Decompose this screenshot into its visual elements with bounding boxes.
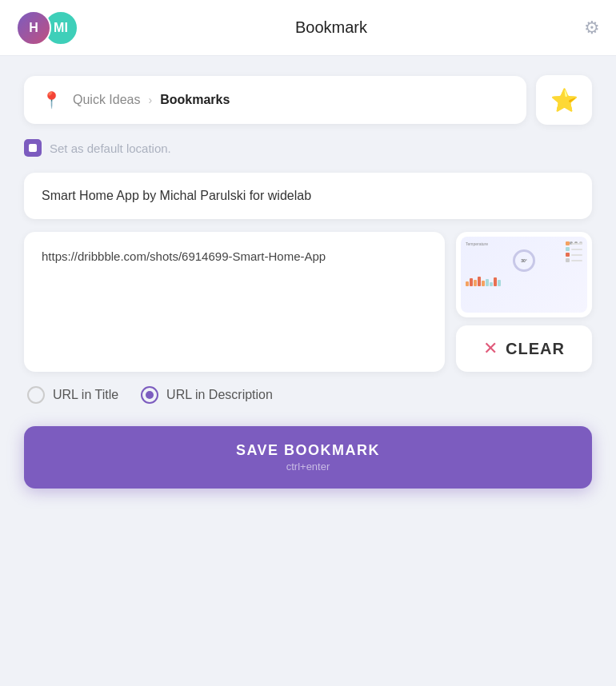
- bookmark-title-text: Smart Home App by Michal Parulski for wi…: [42, 189, 311, 202]
- avatar-mi-label: MI: [54, 21, 68, 35]
- location-path: Quick Ideas › Bookmarks: [73, 93, 230, 107]
- url-right-panel: Temperature 30°: [456, 232, 592, 372]
- main-content: 📍 Quick Ideas › Bookmarks ⭐ Set as defau…: [0, 56, 616, 508]
- preview-image: Temperature 30°: [461, 237, 587, 313]
- save-bookmark-shortcut: ctrl+enter: [40, 461, 576, 473]
- url-in-title-radio[interactable]: [27, 386, 45, 404]
- save-bookmark-button[interactable]: SAVE BOOKMARK ctrl+enter: [24, 426, 592, 489]
- star-button[interactable]: ⭐: [536, 75, 592, 125]
- url-in-description-label: URL in Description: [166, 388, 273, 402]
- settings-icon[interactable]: ⚙: [584, 18, 600, 38]
- url-in-title-label: URL in Title: [53, 388, 118, 402]
- url-section: https://dribbble.com/shots/6914699-Smart…: [24, 232, 592, 372]
- star-icon: ⭐: [550, 87, 578, 114]
- save-bookmark-label: SAVE BOOKMARK: [40, 442, 576, 459]
- radio-row: URL in Title URL in Description: [24, 386, 592, 404]
- preview-card: Temperature 30°: [456, 232, 592, 317]
- mini-circle-value: 30°: [521, 258, 527, 263]
- quick-ideas-label: Quick Ideas: [73, 93, 140, 107]
- url-in-description-option[interactable]: URL in Description: [141, 386, 273, 404]
- page-title: Bookmark: [295, 18, 367, 37]
- app-header: H MI Bookmark ⚙: [0, 0, 616, 56]
- clear-label: CLEAR: [506, 340, 565, 358]
- url-in-description-radio[interactable]: [141, 386, 158, 404]
- radio-selected-indicator: [146, 391, 154, 399]
- mini-bars: [466, 275, 582, 286]
- avatar-h-label: H: [29, 21, 38, 35]
- mini-dashboard: Temperature 30°: [461, 237, 587, 313]
- url-text: https://dribbble.com/shots/6914699-Smart…: [42, 249, 326, 263]
- default-location-checkbox[interactable]: [24, 139, 42, 157]
- mini-right-panel: [566, 241, 582, 262]
- bookmarks-label: Bookmarks: [160, 93, 230, 107]
- url-in-title-option[interactable]: URL in Title: [27, 386, 118, 404]
- chevron-icon: ›: [148, 94, 152, 106]
- title-card[interactable]: Smart Home App by Michal Parulski for wi…: [24, 173, 592, 219]
- mini-temp-label: Temperature: [466, 241, 488, 246]
- location-row: 📍 Quick Ideas › Bookmarks ⭐: [24, 75, 592, 125]
- location-pin-icon: 📍: [42, 90, 62, 110]
- avatar-group: H MI: [16, 10, 78, 46]
- avatar-h[interactable]: H: [16, 10, 51, 46]
- location-card[interactable]: 📍 Quick Ideas › Bookmarks: [24, 76, 526, 124]
- default-location-row: Set as default location.: [24, 139, 592, 157]
- url-card[interactable]: https://dribbble.com/shots/6914699-Smart…: [24, 232, 445, 372]
- clear-button[interactable]: ✕ CLEAR: [456, 325, 592, 372]
- checkbox-inner: [29, 144, 37, 152]
- default-location-label: Set as default location.: [50, 142, 171, 155]
- clear-x-icon: ✕: [483, 338, 498, 359]
